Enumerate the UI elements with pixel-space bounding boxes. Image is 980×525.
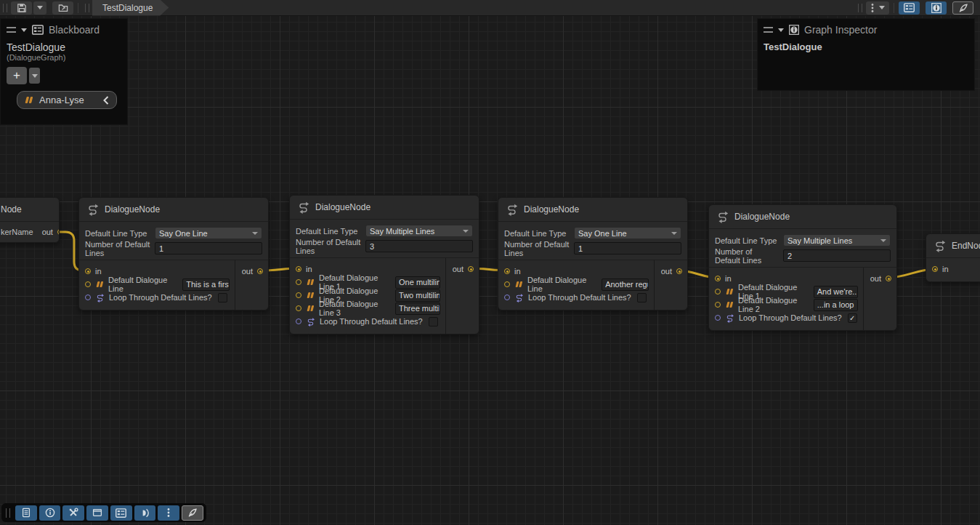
blackboard-button[interactable] xyxy=(110,505,132,521)
quote-icon xyxy=(24,96,33,104)
panel-drag-icon[interactable] xyxy=(764,27,773,33)
quote-icon xyxy=(725,288,734,295)
dialogue-line-field[interactable]: This is a first xyxy=(182,278,230,291)
count-field[interactable]: 1 xyxy=(155,242,262,255)
more-options-button[interactable] xyxy=(158,505,179,521)
loop-checkbox[interactable] xyxy=(218,293,227,302)
loop-port[interactable] xyxy=(715,315,721,321)
collapse-chevron-icon[interactable] xyxy=(21,28,27,32)
kebab-menu-icon xyxy=(166,508,171,518)
save-button[interactable] xyxy=(11,1,32,15)
toggle-blackboard-button[interactable] xyxy=(899,1,920,15)
collapse-chevron-icon[interactable] xyxy=(778,28,784,32)
notes-button[interactable] xyxy=(15,505,37,521)
chevron-down-icon xyxy=(37,6,43,9)
out-port-label: out xyxy=(42,228,53,236)
out-port[interactable] xyxy=(257,268,263,274)
info-button[interactable] xyxy=(39,505,61,521)
dialogue-line-field[interactable]: Three multili xyxy=(395,302,440,315)
loop-port[interactable] xyxy=(296,318,301,324)
quote-icon xyxy=(306,292,315,299)
add-property-options-button[interactable] xyxy=(29,68,40,84)
save-options-button[interactable] xyxy=(33,1,46,15)
line-type-dropdown[interactable]: Say One Line xyxy=(574,227,681,239)
loop-checkbox[interactable] xyxy=(429,317,438,326)
preview-button[interactable] xyxy=(182,505,203,521)
out-port-label: out xyxy=(453,265,463,273)
toggle-inspector-button[interactable] xyxy=(926,1,947,15)
dialogue-line-field[interactable]: Two multiline xyxy=(395,289,440,302)
dialogue-line-field[interactable]: Another regu xyxy=(602,278,649,291)
line-type-label: Default Line Type xyxy=(296,227,361,236)
node-title-label: DialogueNode xyxy=(105,204,160,215)
document-icon xyxy=(21,508,31,518)
chevron-left-icon[interactable] xyxy=(102,95,110,105)
loop-checkbox[interactable] xyxy=(637,293,647,302)
toolbar-drag-handle[interactable] xyxy=(858,4,862,12)
dialogue-line-field[interactable]: One multiline xyxy=(395,276,440,289)
toolbar-drag-handle[interactable] xyxy=(85,4,89,12)
options-menu-button[interactable] xyxy=(866,1,889,15)
dialogue-line-field[interactable]: ...in a loop xyxy=(814,299,858,311)
exposed-property-anna-lyse[interactable]: Anna-Lyse xyxy=(17,91,117,109)
dialogue-line-port[interactable] xyxy=(715,302,721,308)
dialogue-node-3[interactable]: DialogueNode Default Line Type Say One L… xyxy=(498,197,688,310)
window-button[interactable] xyxy=(86,505,108,521)
dialogue-line-field[interactable]: And we're... xyxy=(814,286,858,298)
graph-inspector-panel[interactable]: Graph Inspector TestDialogue xyxy=(757,18,975,91)
toolbar-drag-handle[interactable] xyxy=(3,4,7,12)
out-port[interactable] xyxy=(676,268,682,274)
loop-label: Loop Through Default Lines? xyxy=(320,317,423,326)
blackboard-header-label: Blackboard xyxy=(49,24,100,36)
dialogue-line-port[interactable] xyxy=(296,305,301,311)
blackboard-panel[interactable]: Blackboard TestDialogue (DialogueGraph) … xyxy=(0,18,128,125)
show-in-project-button[interactable] xyxy=(52,1,73,15)
tools-button[interactable] xyxy=(62,505,84,521)
quote-icon xyxy=(95,281,104,288)
panel-drag-icon[interactable] xyxy=(7,27,16,33)
count-field[interactable]: 1 xyxy=(574,242,681,255)
info-icon xyxy=(45,508,55,518)
line-type-dropdown[interactable]: Say One Line xyxy=(155,227,262,239)
out-port-label: out xyxy=(661,267,672,276)
in-port[interactable] xyxy=(85,268,91,274)
count-field[interactable]: 2 xyxy=(783,249,891,262)
out-port[interactable] xyxy=(468,266,474,272)
in-port[interactable] xyxy=(715,276,721,281)
line-type-dropdown[interactable]: Say Multiple Lines xyxy=(783,234,891,247)
dialogue-node-4[interactable]: DialogueNode Default Line Type Say Multi… xyxy=(708,204,897,331)
dialogue-node-1[interactable]: DialogueNode Default Line Type Say One L… xyxy=(78,197,269,310)
dialogue-line-port[interactable] xyxy=(504,281,510,287)
end-node[interactable]: EndNode in xyxy=(926,233,980,282)
line-type-label: Default Line Type xyxy=(85,229,150,238)
loop-port[interactable] xyxy=(85,294,91,300)
transition-button[interactable] xyxy=(134,505,156,521)
count-field[interactable]: 3 xyxy=(365,240,473,252)
start-node[interactable]: Node kerName out xyxy=(0,197,60,243)
top-toolbar: TestDialogue xyxy=(0,0,980,16)
out-port[interactable] xyxy=(57,229,60,235)
loop-flow-icon xyxy=(95,293,105,302)
add-property-button[interactable]: + xyxy=(7,67,27,84)
info-icon xyxy=(789,25,799,35)
out-port[interactable] xyxy=(886,276,891,281)
dialogue-node-2[interactable]: DialogueNode Default Line Type Say Multi… xyxy=(289,195,479,334)
dialogue-line-port[interactable] xyxy=(715,289,721,294)
tab-testdialogue[interactable]: TestDialogue xyxy=(92,0,169,16)
toggle-preview-button[interactable] xyxy=(952,1,973,15)
bottom-toolbar xyxy=(1,503,206,522)
count-label: Number of Default Lines xyxy=(504,240,570,257)
loop-checkbox[interactable]: ✓ xyxy=(848,313,857,323)
folder-out-icon xyxy=(58,3,68,12)
dialogue-line-port[interactable] xyxy=(296,292,301,298)
in-port[interactable] xyxy=(932,266,938,272)
toolbar-separator xyxy=(78,3,78,13)
dialogue-line-port[interactable] xyxy=(85,281,91,287)
dialogue-line-port[interactable] xyxy=(296,279,301,285)
in-port[interactable] xyxy=(296,266,301,272)
toolbar-drag-handle[interactable] xyxy=(6,508,10,518)
quote-icon xyxy=(306,305,315,312)
in-port[interactable] xyxy=(504,268,510,274)
loop-port[interactable] xyxy=(504,294,510,300)
line-type-dropdown[interactable]: Say Multiple Lines xyxy=(365,225,473,237)
